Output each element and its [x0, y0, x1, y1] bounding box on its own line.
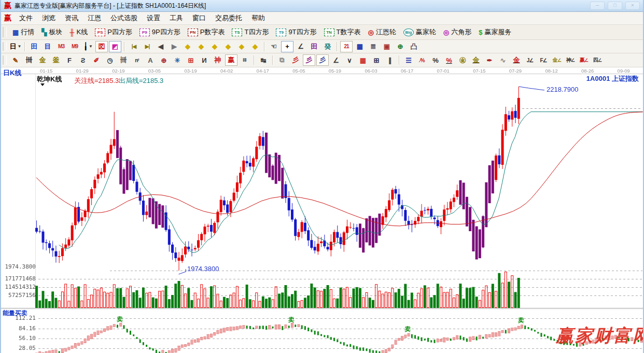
- golden-line-icon[interactable]: 金: [470, 54, 482, 66]
- golden-box-icon[interactable]: 釜: [50, 54, 62, 66]
- wave-9-icon[interactable]: M9: [68, 41, 81, 52]
- span-measure-icon[interactable]: ↹: [257, 54, 270, 66]
- spiral-icon[interactable]: Ƨ: [77, 54, 89, 66]
- ying-tool-icon[interactable]: 赢: [225, 54, 237, 66]
- next-candle-icon[interactable]: ▶: [168, 41, 180, 52]
- winner-wheel-button[interactable]: Big赢家轮: [400, 26, 440, 38]
- f10-info-icon[interactable]: 目: [41, 41, 54, 52]
- winner-service-button[interactable]: $赢家服务: [475, 26, 515, 38]
- menu-2[interactable]: 资讯: [60, 13, 83, 23]
- overlay-chart-icon[interactable]: 田: [28, 41, 40, 52]
- hexagon-button[interactable]: ◎六角形: [440, 26, 475, 38]
- gann-wheel-button[interactable]: ◎江恩轮: [365, 26, 400, 38]
- diamond-shift-left-icon[interactable]: ◆: [181, 41, 194, 52]
- hand-pan-icon[interactable]: ☜: [268, 41, 280, 52]
- sectors-button[interactable]: ▚板块: [38, 26, 66, 38]
- candle-style-button[interactable]: ╽▼: [82, 41, 94, 52]
- shen-tool-icon[interactable]: 神: [212, 54, 224, 66]
- last-page-icon[interactable]: ▶|: [141, 41, 153, 52]
- parallel-lines-icon[interactable]: ∥: [384, 54, 396, 66]
- gann-scale-icon[interactable]: 卌: [23, 54, 35, 66]
- angle-fan-icon[interactable]: ∠: [330, 54, 342, 66]
- maximize-button[interactable]: □: [608, 2, 622, 10]
- grid-arrow-icon[interactable]: ⊞: [370, 54, 383, 66]
- wave-3-icon[interactable]: M3: [55, 41, 67, 52]
- brush-icon[interactable]: ✎: [9, 54, 22, 66]
- menu-7[interactable]: 窗口: [188, 13, 211, 23]
- t-number-table-button[interactable]: TNT数字表: [320, 26, 365, 38]
- quotes-button[interactable]: ▦行情: [9, 26, 38, 38]
- menu-8[interactable]: 交易委托: [211, 13, 247, 23]
- web-globe-icon[interactable]: ⊕: [394, 41, 407, 52]
- minimize-button[interactable]: ─: [590, 2, 605, 10]
- kline-type-label[interactable]: 乾坤K线: [37, 75, 62, 84]
- percent-line-icon[interactable]: %: [443, 54, 455, 66]
- calculator-icon[interactable]: ▦: [354, 41, 366, 52]
- diamond-shift-right-icon[interactable]: ◆: [195, 41, 207, 52]
- ray-fan-red-icon[interactable]: 彡: [289, 54, 302, 66]
- f-angle-icon[interactable]: F∠: [537, 54, 550, 66]
- menu-1[interactable]: 浏览: [37, 13, 60, 23]
- n-square-icon[interactable]: n²: [131, 54, 143, 66]
- region-map-icon[interactable]: 図: [95, 41, 108, 52]
- gold-angle-icon[interactable]: 金∠: [551, 54, 563, 66]
- zigzag-dotted-icon[interactable]: ∨: [343, 54, 356, 66]
- golden-section-icon[interactable]: 金: [36, 54, 49, 66]
- shen-angle-icon[interactable]: 神∠: [564, 54, 577, 66]
- t-square-button[interactable]: TST四方形: [228, 26, 272, 38]
- golden-strike-icon[interactable]: 金: [510, 54, 523, 66]
- notepad-icon[interactable]: ≣: [367, 41, 380, 52]
- ying-angle-icon[interactable]: 赢∠: [578, 54, 590, 66]
- wave-fan-icon[interactable]: 癸: [321, 41, 334, 52]
- menu-9[interactable]: 帮助: [247, 13, 270, 23]
- grid-red-icon[interactable]: ▦: [357, 54, 369, 66]
- volume-ladder-icon[interactable]: ☰: [402, 54, 415, 66]
- menu-4[interactable]: 公式选股: [106, 13, 142, 23]
- red-brush-icon[interactable]: ✐: [90, 54, 103, 66]
- ray-box-purple-icon[interactable]: 彡: [303, 54, 315, 66]
- wave-a-icon[interactable]: ∿: [497, 54, 509, 66]
- trend-angle-icon[interactable]: ∠: [295, 41, 307, 52]
- star-web-icon[interactable]: ✳: [171, 54, 184, 66]
- ray-box-blue-icon[interactable]: 彡: [316, 54, 329, 66]
- box-resize-icon[interactable]: ⧉: [276, 54, 288, 66]
- grid-web-icon[interactable]: ⊞: [185, 54, 197, 66]
- printer-icon[interactable]: 凸: [408, 41, 420, 52]
- menu-0[interactable]: 文件: [15, 13, 37, 23]
- golden-circle-icon[interactable]: ㊎: [456, 54, 469, 66]
- period-day-button[interactable]: 日▼: [9, 41, 22, 52]
- diamond-expand-v-icon[interactable]: ◆: [222, 41, 234, 52]
- calendar-icon[interactable]: 21: [340, 41, 353, 52]
- k-segment-icon[interactable]: И: [198, 54, 211, 66]
- si-angle-icon[interactable]: 四∠: [591, 54, 604, 66]
- diamond-zoom-in-icon[interactable]: ◆: [235, 41, 248, 52]
- gann-box-purple-icon[interactable]: 田: [308, 41, 320, 52]
- crosshair-icon[interactable]: +: [281, 41, 293, 52]
- j-angle-icon[interactable]: J∠: [524, 54, 536, 66]
- circle-cross-icon[interactable]: ⊕: [158, 54, 170, 66]
- nine-p-square-button[interactable]: P99P四方形: [136, 26, 184, 38]
- toolbar-grip[interactable]: [3, 55, 7, 65]
- close-button[interactable]: ×: [625, 2, 640, 10]
- menu-5[interactable]: 设置: [142, 13, 165, 23]
- menu-3[interactable]: 江恩: [83, 13, 106, 23]
- diamond-expand-h-icon[interactable]: ◆: [208, 41, 221, 52]
- toolbar-grip[interactable]: [3, 42, 7, 51]
- title-bar[interactable]: 赢 赢家江恩专业版[赢家内部服务平台] - [上证指数 SH1A0001-164…: [1, 0, 643, 12]
- percent-strike-icon[interactable]: ∕%: [416, 54, 428, 66]
- kline-type-dropdown-icon[interactable]: [40, 83, 45, 86]
- menu-6[interactable]: 工具: [165, 13, 188, 23]
- f-scale-icon[interactable]: F: [63, 54, 76, 66]
- save-disk-icon[interactable]: ▣: [381, 41, 393, 52]
- ruler-123-icon[interactable]: ⌗: [239, 54, 251, 66]
- percent-icon[interactable]: %: [429, 54, 442, 66]
- time-cycle-icon[interactable]: ◷: [104, 54, 116, 66]
- p-square-button[interactable]: PSP四方形: [91, 26, 136, 38]
- prev-candle-icon[interactable]: ◀: [155, 41, 167, 52]
- price-scale-icon[interactable]: 卌: [117, 54, 130, 66]
- p-number-table-button[interactable]: PNP数字表: [184, 26, 229, 38]
- a-vertical-icon[interactable]: A: [144, 54, 157, 66]
- ink-brush-icon[interactable]: ✒: [483, 54, 496, 66]
- first-page-icon[interactable]: |◀: [128, 41, 140, 52]
- chart-canvas[interactable]: [1, 67, 643, 353]
